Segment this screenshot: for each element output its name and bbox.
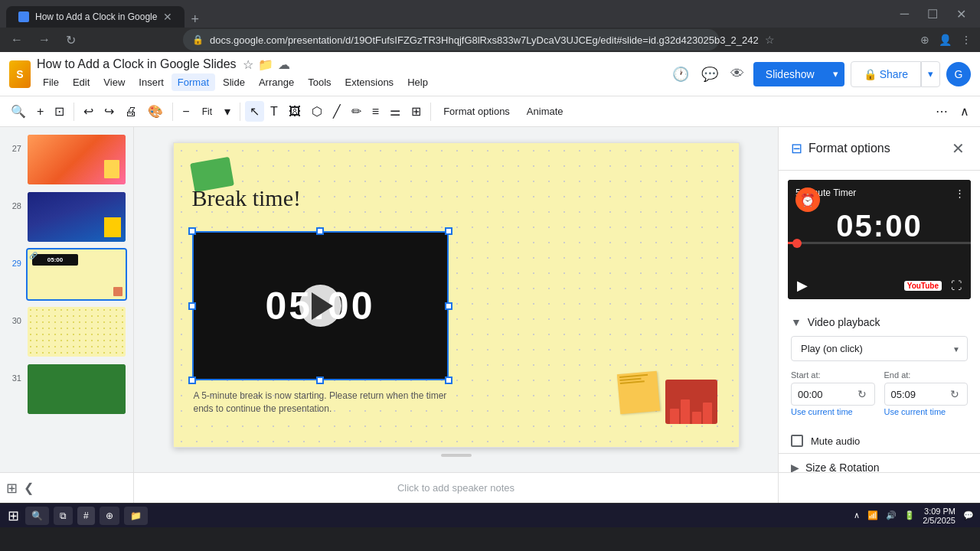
start-at-refresh-button[interactable]: ↻ <box>856 386 868 402</box>
grid-view-icon[interactable]: ⊞ <box>6 480 18 497</box>
shapes-tool[interactable]: ⬡ <box>307 101 327 122</box>
files-taskbar-button[interactable]: 📁 <box>124 507 148 525</box>
taskbar-up-icon[interactable]: ∧ <box>854 510 860 520</box>
image-tool[interactable]: 🖼 <box>284 102 305 122</box>
close-button[interactable]: ✕ <box>949 5 974 23</box>
task-view-button[interactable]: ⧉ <box>54 507 73 525</box>
active-tab[interactable]: How to Add a Clock in Google ✕ <box>6 6 185 28</box>
video-element-wrapper[interactable]: 05:00 <box>192 231 449 380</box>
menu-help[interactable]: Help <box>401 73 434 91</box>
resize-handle-top-right[interactable] <box>445 227 452 235</box>
slide-canvas[interactable]: Break time! 05:00 <box>173 142 740 448</box>
resize-handle-top-mid[interactable] <box>316 227 324 235</box>
forward-button[interactable]: → <box>34 30 55 50</box>
resize-handle-mid-right[interactable] <box>445 302 452 310</box>
resize-handle-mid-left[interactable] <box>188 302 196 310</box>
start-at-input-wrap[interactable]: ↻ <box>791 383 875 406</box>
mute-checkbox[interactable] <box>791 435 803 447</box>
resize-handle-bottom-left[interactable] <box>188 377 196 384</box>
video-progress-track[interactable] <box>788 242 971 244</box>
add-button[interactable]: + <box>32 102 48 122</box>
use-current-end[interactable]: Use current time <box>884 407 969 416</box>
pen-tool[interactable]: ✏ <box>347 101 366 122</box>
slide-thumb-31[interactable]: 31 <box>6 363 127 416</box>
fullscreen-button[interactable]: ⛶ <box>951 279 962 292</box>
notes-area[interactable]: Click to add speaker notes <box>134 473 778 503</box>
maximize-button[interactable]: ☐ <box>920 5 946 23</box>
resize-handle-bottom-right[interactable] <box>445 377 452 384</box>
search-taskbar[interactable]: 🔍 <box>25 507 49 525</box>
slide-28-thumbnail[interactable] <box>28 192 126 242</box>
comments-button[interactable]: 💬 <box>698 63 721 86</box>
user-avatar[interactable]: G <box>946 62 971 86</box>
playback-select[interactable]: Play (on click) Play (automatically) Pla… <box>791 336 968 361</box>
search-tool-button[interactable]: 🔍 <box>6 101 31 122</box>
accessibility-button[interactable]: 👁 <box>727 63 747 85</box>
slide-thumb-27[interactable]: 27 <box>6 133 127 186</box>
print-button[interactable]: 🖨 <box>120 102 142 122</box>
slideshow-button[interactable]: Slideshow <box>753 62 827 86</box>
chrome-taskbar-button[interactable]: ⊕ <box>100 507 119 525</box>
reload-button[interactable]: ↻ <box>61 30 80 51</box>
share-button[interactable]: 🔒 Share <box>851 61 921 87</box>
start-at-input[interactable] <box>798 389 853 400</box>
panel-close-button[interactable]: ✕ <box>949 136 968 161</box>
extensions-icon[interactable]: ⊕ <box>918 31 932 48</box>
close-tab-button[interactable]: ✕ <box>163 11 172 23</box>
size-rotation-header[interactable]: ▶ Size & Rotation <box>779 454 980 472</box>
menu-file[interactable]: File <box>37 73 65 91</box>
slide-29-thumbnail[interactable]: 05:00 🔗 <box>28 249 126 299</box>
menu-slide[interactable]: Slide <box>217 73 251 91</box>
menu-edit[interactable]: Edit <box>67 73 96 91</box>
slideshow-dropdown-arrow[interactable]: ▾ <box>827 62 844 86</box>
start-button[interactable]: ⊞ <box>6 506 21 526</box>
bookmark-icon[interactable]: ☆ <box>765 34 775 46</box>
star-icon[interactable]: ☆ <box>243 57 253 72</box>
end-at-input-wrap[interactable]: ↻ <box>884 383 969 406</box>
video-more-button[interactable]: ⋮ <box>955 187 965 199</box>
animate-button[interactable]: Animate <box>519 103 571 120</box>
slide-30-thumbnail[interactable] <box>28 307 126 357</box>
cursor-tool[interactable]: ↖ <box>245 101 264 122</box>
use-current-start[interactable]: Use current time <box>791 407 875 416</box>
video-play-overlay[interactable] <box>299 285 341 327</box>
collapse-panel-icon[interactable]: ❮ <box>24 481 34 495</box>
undo-button[interactable]: ↩ <box>79 101 98 122</box>
end-at-input[interactable] <box>891 389 946 400</box>
profile-icon[interactable]: 👤 <box>936 31 954 48</box>
history-button[interactable]: 🕐 <box>669 63 692 86</box>
new-tab-button[interactable]: + <box>185 11 205 28</box>
resize-handle-top-left[interactable] <box>188 227 196 235</box>
slide-thumb-29[interactable]: 29 05:00 🔗 <box>6 248 127 301</box>
menu-extensions[interactable]: Extensions <box>339 73 400 91</box>
slide-31-thumbnail[interactable] <box>28 364 126 414</box>
zoom-dropdown[interactable]: ▾ <box>220 101 235 122</box>
clock-display[interactable]: 3:09 PM 2/5/2025 <box>923 507 956 525</box>
text-tool[interactable]: T <box>266 102 283 122</box>
redo-button[interactable]: ↪ <box>100 101 119 122</box>
playback-mode-dropdown[interactable]: Play (on click) Play (automatically) Pla… <box>791 336 968 361</box>
zoom-level[interactable]: Fit <box>196 103 218 120</box>
paint-format-button[interactable]: 🎨 <box>143 101 168 122</box>
slide-thumb-28[interactable]: 28 <box>6 191 127 243</box>
video-progress-dot[interactable] <box>792 239 802 248</box>
zoom-out-button[interactable]: − <box>178 102 194 122</box>
resize-handle-bottom-mid[interactable] <box>316 377 324 384</box>
collapse-toolbar[interactable]: ∧ <box>956 101 974 122</box>
align-center[interactable]: ⚌ <box>385 101 405 122</box>
back-button[interactable]: ← <box>6 30 28 50</box>
minimize-button[interactable]: ─ <box>893 5 916 23</box>
video-play-button[interactable]: ▶ <box>797 277 808 294</box>
menu-arrange[interactable]: Arrange <box>253 73 300 91</box>
notes-placeholder[interactable]: Click to add speaker notes <box>397 482 514 494</box>
video-playback-header[interactable]: ▼ Video playback <box>779 308 980 336</box>
end-at-refresh-button[interactable]: ↻ <box>949 386 961 402</box>
cloud-icon[interactable]: ☁ <box>278 57 290 72</box>
align-left[interactable]: ≡ <box>368 102 384 122</box>
url-input[interactable]: 🔒 docs.google.com/presentation/d/19OtFuf… <box>183 29 719 51</box>
line-tool[interactable]: ╱ <box>328 101 345 122</box>
slide-thumb-30[interactable]: 30 <box>6 305 127 358</box>
slack-taskbar-button[interactable]: # <box>77 507 95 525</box>
folder-icon[interactable]: 📁 <box>258 57 273 72</box>
video-thumbnail[interactable]: ⏰ 5 Minute Timer ⋮ 05:00 <box>788 180 971 272</box>
